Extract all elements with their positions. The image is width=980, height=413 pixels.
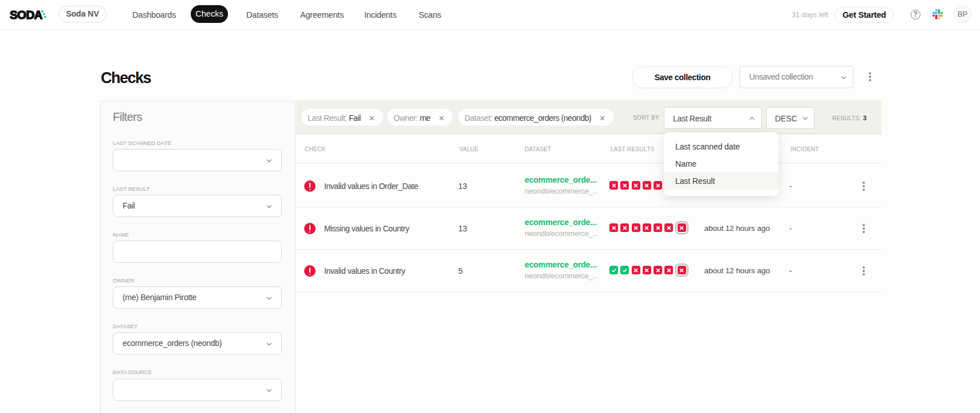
svg-text:SODA: SODA [10, 8, 43, 21]
